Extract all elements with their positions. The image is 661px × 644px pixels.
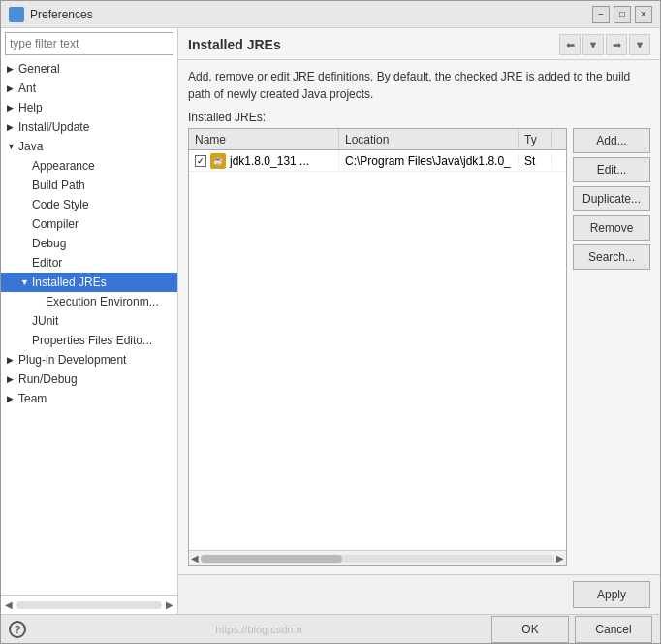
minimize-button[interactable]: − xyxy=(592,6,610,23)
sidebar-item-label: Install/Update xyxy=(18,120,89,134)
sidebar-item-label: Code Style xyxy=(32,198,89,211)
nav-back-button[interactable]: ⬅ xyxy=(559,34,581,55)
footer-bottom: ? https://blog.csdn.n OK Cancel xyxy=(1,614,660,643)
arrow-icon: ▼ xyxy=(7,142,18,151)
jre-table-area: Name Location Ty ✓ ☕ jdk1.8.0_131 ... xyxy=(188,128,650,566)
filter-input[interactable] xyxy=(5,32,173,55)
sidebar-item-execution-environ[interactable]: Execution Environm... xyxy=(1,292,177,311)
sidebar-item-label: General xyxy=(18,62,60,76)
sidebar-item-compiler[interactable]: Compiler xyxy=(1,214,177,234)
scroll-track[interactable] xyxy=(201,555,554,563)
nav-dropdown-button[interactable]: ▼ xyxy=(582,34,604,55)
tree-area: ▶ General ▶ Ant ▶ Help ▶ Install/Update xyxy=(1,59,177,595)
sidebar-item-label: Build Path xyxy=(32,178,85,192)
table-scrollbar: ◀ ▶ xyxy=(189,550,566,565)
sidebar-item-junit[interactable]: JUnit xyxy=(1,311,177,331)
ok-cancel-area: OK Cancel xyxy=(491,616,652,643)
sidebar-item-label: JUnit xyxy=(32,314,58,328)
title-bar: Preferences − □ × xyxy=(1,1,660,28)
sidebar-item-label: Ant xyxy=(18,81,36,95)
scroll-right-arrow[interactable]: ▶ xyxy=(166,599,173,610)
sidebar: ▶ General ▶ Ant ▶ Help ▶ Install/Update xyxy=(1,28,178,614)
sidebar-item-properties-editor[interactable]: Properties Files Edito... xyxy=(1,331,177,350)
title-bar-controls: − □ × xyxy=(592,6,652,23)
jre-checkbox[interactable]: ✓ xyxy=(195,155,206,167)
sidebar-item-plugin-development[interactable]: ▶ Plug-in Development xyxy=(1,350,177,370)
sidebar-item-label: Java xyxy=(18,140,43,153)
sidebar-item-debug[interactable]: Debug xyxy=(1,234,177,253)
jre-table-container: Name Location Ty ✓ ☕ jdk1.8.0_131 ... xyxy=(188,128,567,566)
panel-title: Installed JREs xyxy=(188,37,281,52)
window-title: Preferences xyxy=(30,8,592,21)
jre-name-text: jdk1.8.0_131 ... xyxy=(230,154,309,168)
close-button[interactable]: × xyxy=(635,6,652,23)
table-row[interactable]: ✓ ☕ jdk1.8.0_131 ... C:\Program Files\Ja… xyxy=(189,150,566,172)
table-scroll-left[interactable]: ◀ xyxy=(191,553,199,564)
scroll-left-arrow[interactable]: ◀ xyxy=(5,599,13,610)
remove-button[interactable]: Remove xyxy=(573,215,650,241)
panel-footer: Apply xyxy=(178,574,660,614)
arrow-icon: ▶ xyxy=(7,103,18,113)
main-content: ▶ General ▶ Ant ▶ Help ▶ Install/Update xyxy=(1,28,660,614)
sidebar-item-help[interactable]: ▶ Help xyxy=(1,98,177,117)
sidebar-item-java[interactable]: ▼ Java xyxy=(1,137,177,156)
sidebar-item-label: Appearance xyxy=(32,159,95,173)
maximize-button[interactable]: □ xyxy=(614,6,631,23)
sidebar-item-label: Plug-in Development xyxy=(18,353,126,367)
table-body: ✓ ☕ jdk1.8.0_131 ... C:\Program Files\Ja… xyxy=(189,150,566,550)
sidebar-bottom: ◀ ▶ xyxy=(1,595,177,614)
arrow-icon: ▶ xyxy=(7,374,18,384)
col-header-name: Name xyxy=(189,129,339,149)
header-nav: ⬅ ▼ ➡ ▼ xyxy=(559,34,650,55)
sidebar-item-label: Run/Debug xyxy=(18,372,78,386)
ok-button[interactable]: OK xyxy=(491,616,569,643)
installed-jres-label: Installed JREs: xyxy=(188,111,650,124)
description-text: Add, remove or edit JRE definitions. By … xyxy=(188,68,650,103)
sidebar-item-label: Compiler xyxy=(32,217,79,231)
sidebar-item-label: Help xyxy=(18,101,43,114)
sidebar-item-label: Execution Environm... xyxy=(46,295,159,308)
edit-button[interactable]: Edit... xyxy=(573,157,650,182)
arrow-icon: ▶ xyxy=(7,64,18,74)
search-button[interactable]: Search... xyxy=(573,244,650,270)
sidebar-item-ant[interactable]: ▶ Ant xyxy=(1,79,177,98)
add-button[interactable]: Add... xyxy=(573,128,650,153)
col-header-location: Location xyxy=(339,129,519,149)
sidebar-item-editor[interactable]: Editor xyxy=(1,253,177,273)
cell-type: St xyxy=(519,152,552,170)
apply-button[interactable]: Apply xyxy=(573,581,650,608)
panel-header: Installed JREs ⬅ ▼ ➡ ▼ xyxy=(178,28,660,60)
right-panel: Installed JREs ⬅ ▼ ➡ ▼ Add, remove or ed… xyxy=(178,28,660,614)
duplicate-button[interactable]: Duplicate... xyxy=(573,186,650,211)
sidebar-item-installed-jres[interactable]: ▼ Installed JREs xyxy=(1,273,177,292)
table-scroll-right[interactable]: ▶ xyxy=(556,553,564,564)
help-icon[interactable]: ? xyxy=(9,621,26,638)
cell-location: C:\Program Files\Java\jdk1.8.0_ xyxy=(339,152,519,170)
jre-icon: ☕ xyxy=(210,153,226,169)
window-icon xyxy=(9,7,24,22)
sidebar-item-install-update[interactable]: ▶ Install/Update xyxy=(1,117,177,137)
sidebar-item-code-style[interactable]: Code Style xyxy=(1,195,177,214)
sidebar-item-appearance[interactable]: Appearance xyxy=(1,156,177,176)
sidebar-item-label: Editor xyxy=(32,256,62,270)
sidebar-item-build-path[interactable]: Build Path xyxy=(1,176,177,195)
arrow-icon: ▶ xyxy=(7,122,18,132)
arrow-icon: ▼ xyxy=(20,277,32,287)
sidebar-item-team[interactable]: ▶ Team xyxy=(1,389,177,408)
panel-body: Add, remove or edit JRE definitions. By … xyxy=(178,60,660,574)
nav-menu-button[interactable]: ▼ xyxy=(629,34,650,55)
arrow-icon: ▶ xyxy=(7,355,18,365)
sidebar-item-run-debug[interactable]: ▶ Run/Debug xyxy=(1,370,177,389)
button-column: Add... Edit... Duplicate... Remove Searc… xyxy=(573,128,650,566)
cell-name: ✓ ☕ jdk1.8.0_131 ... xyxy=(189,151,339,171)
arrow-icon: ▶ xyxy=(7,83,18,93)
sidebar-item-label: Installed JREs xyxy=(32,275,107,289)
cancel-button[interactable]: Cancel xyxy=(575,616,652,643)
sidebar-scrollbar[interactable] xyxy=(16,601,162,609)
sidebar-item-general[interactable]: ▶ General xyxy=(1,59,177,79)
sidebar-item-label: Properties Files Edito... xyxy=(32,334,152,347)
sidebar-item-label: Team xyxy=(18,392,47,405)
arrow-icon: ▶ xyxy=(7,394,18,403)
nav-forward-button[interactable]: ➡ xyxy=(606,34,627,55)
preferences-window: Preferences − □ × ▶ General ▶ Ant xyxy=(0,0,661,644)
